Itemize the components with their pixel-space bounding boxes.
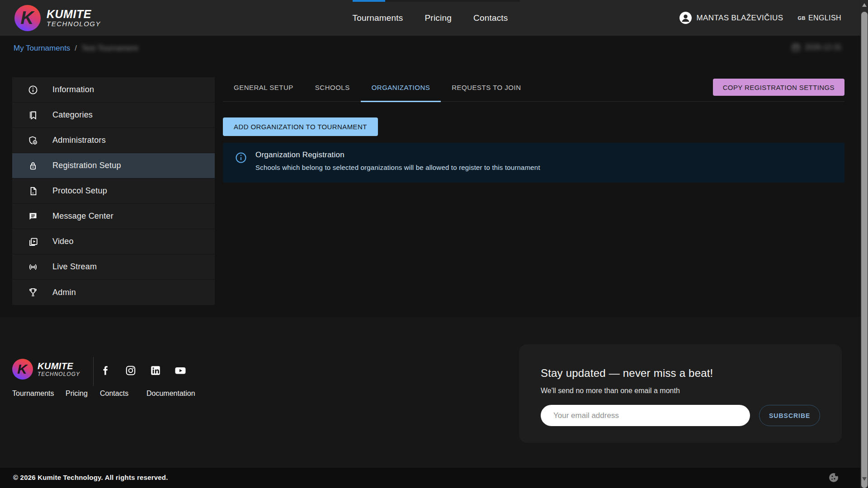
sidebar-item-video[interactable]: Video [12, 229, 215, 254]
footer: K KUMITE TECHNOLOGY [0, 317, 860, 468]
sidebar-item-registration-setup[interactable]: Registration Setup [12, 153, 215, 178]
bookmark-icon [28, 110, 38, 121]
newsletter-card: Stay updated — never miss a beat! We'll … [519, 344, 842, 443]
alert-title: Organization Registration [255, 150, 540, 160]
brand-name: KUMITE [47, 8, 101, 20]
copy-registration-settings-button[interactable]: COPY REGISTRATION SETTINGS [713, 79, 844, 96]
loading-bar [353, 0, 385, 2]
sidebar-item-administrators[interactable]: Administrators [12, 128, 215, 153]
nav-contacts[interactable]: Contacts [473, 13, 508, 23]
sidebar-item-label: Information [52, 85, 94, 94]
tournament-date-redacted: 2026-12-31 [791, 42, 842, 52]
app-header: K KUMITE TECHNOLOGY Tournaments Pricing … [0, 0, 860, 36]
alert-info-icon [235, 150, 248, 175]
scrollbar-up-arrow[interactable] [862, 3, 867, 7]
sidebar-item-label: Message Center [52, 211, 113, 221]
sidebar-item-live-stream[interactable]: Live Stream [12, 254, 215, 280]
social-links [99, 364, 187, 377]
breadcrumb-current-redacted: Test Tournament [81, 44, 138, 53]
footer-brand-name: KUMITE [38, 361, 80, 371]
tab-schools[interactable]: SCHOOLS [304, 77, 361, 102]
organization-registration-alert: Organization Registration Schools which … [223, 143, 844, 183]
subscribe-button[interactable]: SUBSCRIBE [759, 405, 820, 426]
tab-general-setup[interactable]: GENERAL SETUP [223, 77, 304, 102]
newsletter-title: Stay updated — never miss a beat! [541, 367, 820, 380]
scrollbar[interactable] [860, 0, 868, 488]
breadcrumb-separator: / [75, 44, 77, 53]
footer-link-documentation[interactable]: Documentation [146, 389, 195, 398]
cookie-settings-icon[interactable] [828, 472, 839, 483]
sidebar-item-label: Administrators [52, 136, 106, 145]
lock-icon [28, 160, 38, 171]
brand-mark: K [21, 8, 34, 28]
trophy-icon [28, 287, 38, 298]
facebook-icon[interactable] [99, 364, 112, 377]
newsletter-subtitle: We'll send no more than one email a mont… [541, 387, 820, 395]
main-nav: Tournaments Pricing Contacts [352, 13, 508, 23]
scrollbar-down-arrow[interactable] [862, 477, 867, 481]
bottom-bar: © 2026 Kumite Technology. All rights res… [0, 468, 860, 488]
avatar-icon[interactable] [679, 12, 692, 24]
youtube-icon[interactable] [174, 364, 187, 377]
alert-body: Schools which belong to selected organiz… [255, 164, 540, 171]
broadcast-icon [28, 262, 38, 272]
sidebar-item-label: Registration Setup [52, 161, 121, 170]
instagram-icon[interactable] [124, 364, 137, 377]
footer-link-tournaments[interactable]: Tournaments [12, 389, 66, 398]
sidebar-item-label: Live Stream [52, 262, 97, 272]
sidebar-item-label: Admin [52, 288, 76, 297]
video-library-icon [28, 236, 38, 247]
page: K KUMITE TECHNOLOGY Tournaments Pricing … [0, 0, 860, 488]
breadcrumb-my-tournaments[interactable]: My Tournaments [14, 44, 70, 53]
brand-subtitle: TECHNOLOGY [47, 20, 101, 28]
info-icon [28, 84, 38, 95]
sidebar-item-categories[interactable]: Categories [12, 103, 215, 128]
sidebar-item-protocol-setup[interactable]: Protocol Setup [12, 178, 215, 204]
footer-logo[interactable]: K KUMITE TECHNOLOGY [12, 359, 80, 380]
linkedin-icon[interactable] [149, 364, 162, 377]
sidebar-item-message-center[interactable]: Message Center [12, 204, 215, 229]
main-content: GENERAL SETUP SCHOOLS ORGANIZATIONS REQU… [223, 77, 844, 102]
message-icon [28, 211, 38, 222]
footer-link-pricing[interactable]: Pricing [66, 389, 100, 398]
scrollbar-thumb[interactable] [861, 12, 868, 488]
sidebar-item-label: Video [52, 237, 74, 246]
nav-tournaments[interactable]: Tournaments [352, 13, 403, 23]
loading-bar-track [353, 0, 520, 2]
tab-organizations[interactable]: ORGANIZATIONS [361, 77, 441, 102]
sidebar: Information Categories Administrator [12, 77, 215, 305]
breadcrumb: My Tournaments / Test Tournament [14, 44, 138, 53]
email-input[interactable] [541, 405, 750, 426]
document-icon [28, 186, 38, 197]
brand-logo[interactable]: K KUMITE TECHNOLOGY [14, 5, 101, 31]
sidebar-item-label: Protocol Setup [52, 186, 107, 196]
admin-shield-icon [28, 135, 38, 146]
language-label: ENGLISH [808, 14, 841, 22]
footer-logo-icon: K [12, 359, 33, 380]
sidebar-item-information[interactable]: Information [12, 77, 215, 103]
sidebar-item-admin[interactable]: Admin [12, 280, 215, 305]
language-switcher[interactable]: GB ENGLISH [797, 14, 841, 22]
nav-pricing[interactable]: Pricing [425, 13, 451, 23]
footer-link-contacts[interactable]: Contacts [100, 389, 146, 398]
calendar-icon [791, 42, 801, 52]
add-organization-button[interactable]: ADD ORGANIZATION TO TOURNAMENT [223, 117, 378, 136]
language-flag: GB [797, 15, 806, 21]
user-area: MANTAS BLAŽEVIČIUS GB ENGLISH [679, 12, 841, 24]
user-name[interactable]: MANTAS BLAŽEVIČIUS [696, 14, 783, 23]
brand-logo-icon: K [14, 5, 41, 31]
sidebar-item-label: Categories [52, 110, 93, 120]
copyright-text: © 2026 Kumite Technology. All rights res… [13, 474, 168, 481]
tab-requests-to-join[interactable]: REQUESTS TO JOIN [441, 77, 532, 102]
footer-divider [93, 357, 94, 386]
tabs-row: GENERAL SETUP SCHOOLS ORGANIZATIONS REQU… [223, 77, 844, 102]
footer-links: Tournaments Pricing Contacts Documentati… [12, 389, 195, 398]
footer-brand-subtitle: TECHNOLOGY [38, 371, 80, 377]
